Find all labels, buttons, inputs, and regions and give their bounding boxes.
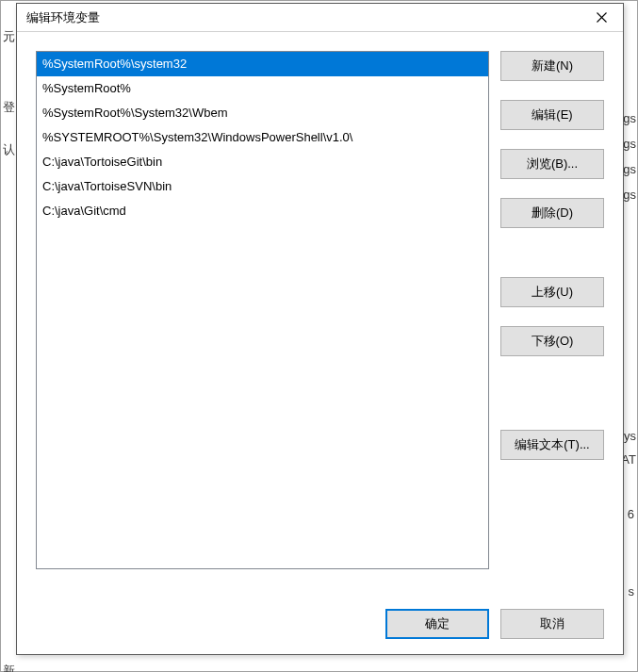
path-listbox[interactable]: %SystemRoot%\system32 %SystemRoot% %Syst… [36,51,489,569]
dialog-title: 编辑环境变量 [26,9,100,26]
move-down-button[interactable]: 下移(O) [500,326,604,356]
delete-button[interactable]: 删除(D) [500,198,604,228]
list-item[interactable]: %SystemRoot%\system32 [37,52,488,76]
bg-text: gs [623,137,636,151]
move-up-button[interactable]: 上移(U) [500,277,604,307]
close-icon [597,12,607,23]
new-button[interactable]: 新建(N) [500,51,604,81]
bg-text: gs [623,162,636,176]
list-item[interactable]: C:\java\TortoiseGit\bin [37,150,488,174]
bg-text: 登 [3,99,15,116]
bg-text: 6 [628,507,634,521]
edit-env-var-dialog: 编辑环境变量 %SystemRoot%\system32 %SystemRoot… [16,3,624,655]
list-item[interactable]: %SYSTEMROOT%\System32\WindowsPowerShell\… [37,125,488,150]
bg-text: 元 [3,28,15,45]
list-item[interactable]: C:\java\Git\cmd [37,199,488,223]
bg-text: 认 [3,141,15,158]
list-item[interactable]: %SystemRoot% [37,76,488,101]
bg-text: gs [623,111,636,125]
bg-text: gs [623,188,636,202]
edit-button[interactable]: 编辑(E) [500,100,604,130]
bg-text: s [629,584,635,598]
dialog-footer: 确定 取消 [36,609,604,639]
list-item[interactable]: %SystemRoot%\System32\Wbem [37,101,488,125]
edit-text-button[interactable]: 编辑文本(T)... [500,430,604,460]
list-item[interactable]: C:\java\TortoiseSVN\bin [37,174,488,199]
bg-text: 新 [3,663,15,672]
close-button[interactable] [581,4,623,31]
bg-text: ys [624,429,636,443]
ok-button[interactable]: 确定 [385,609,489,639]
titlebar: 编辑环境变量 [17,4,623,32]
side-button-column: 新建(N) 编辑(E) 浏览(B)... 删除(D) 上移(U) 下移(O) 编… [500,51,604,592]
cancel-button[interactable]: 取消 [500,609,604,639]
browse-button[interactable]: 浏览(B)... [500,149,604,179]
